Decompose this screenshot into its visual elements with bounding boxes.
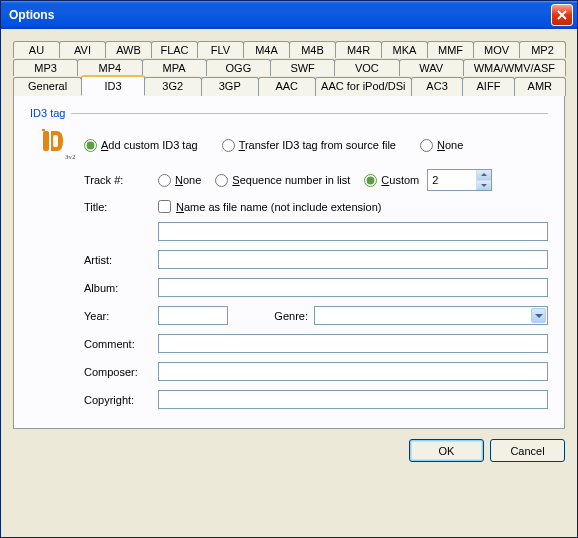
title-bar: Options <box>1 1 577 29</box>
title-input[interactable] <box>158 222 548 241</box>
label-copyright: Copyright: <box>84 394 158 406</box>
tab-mov[interactable]: MOV <box>473 41 520 58</box>
tab-flac[interactable]: FLAC <box>151 41 198 58</box>
tab-avi[interactable]: AVI <box>59 41 106 58</box>
label-track: Track #: <box>84 174 158 186</box>
close-button[interactable] <box>551 4 573 26</box>
copyright-input[interactable] <box>158 390 548 409</box>
artist-input[interactable] <box>158 250 548 269</box>
check-name-as-file[interactable]: Name as file name (not include extension… <box>158 200 381 213</box>
label-album: Album: <box>84 282 158 294</box>
tab-m4r[interactable]: M4R <box>335 41 382 58</box>
spin-up[interactable] <box>477 170 491 181</box>
radio-transfer[interactable]: Transfer ID3 tag from source file <box>222 139 396 152</box>
track-value[interactable] <box>428 170 476 190</box>
tab-ac3[interactable]: AC3 <box>411 77 463 96</box>
label-artist: Artist: <box>84 254 158 266</box>
track-spinner[interactable] <box>427 169 492 191</box>
radio-track-seq[interactable]: Sequence number in list <box>215 174 350 187</box>
spin-down[interactable] <box>477 181 491 191</box>
radio-track-none[interactable]: None <box>158 174 201 187</box>
divider <box>71 113 548 114</box>
label-composer: Composer: <box>84 366 158 378</box>
svg-rect-1 <box>53 135 58 147</box>
tab-panel: ID3 tag 3v2 Add custom ID3 tag Transfer … <box>13 95 565 429</box>
label-comment: Comment: <box>84 338 158 350</box>
cancel-button[interactable]: Cancel <box>490 439 565 462</box>
tab-mka[interactable]: MKA <box>381 41 428 58</box>
album-input[interactable] <box>158 278 548 297</box>
tab-general[interactable]: General <box>13 77 82 96</box>
tab-3g2[interactable]: 3G2 <box>144 77 202 96</box>
tab-mp3[interactable]: MP3 <box>13 59 78 76</box>
ok-button[interactable]: OK <box>409 439 484 462</box>
id3-icon: 3v2 <box>39 127 75 163</box>
close-icon <box>557 10 567 20</box>
tab-m4b[interactable]: M4B <box>289 41 336 58</box>
tab-awb[interactable]: AWB <box>105 41 152 58</box>
tab-mpa[interactable]: MPA <box>142 59 207 76</box>
chevron-down-icon <box>531 308 546 323</box>
radio-track-custom[interactable]: Custom <box>364 174 419 187</box>
radio-add-custom[interactable]: Add custom ID3 tag <box>84 139 198 152</box>
tab-ogg[interactable]: OGG <box>206 59 271 76</box>
tab-wma[interactable]: WMA/WMV/ASF <box>463 59 566 76</box>
label-year: Year: <box>84 310 158 322</box>
svg-text:3v2: 3v2 <box>65 153 75 161</box>
tab-swf[interactable]: SWF <box>270 59 335 76</box>
tab-strip: AU AVI AWB FLAC FLV M4A M4B M4R MKA MMF … <box>13 39 565 429</box>
tab-amr[interactable]: AMR <box>514 77 566 96</box>
comment-input[interactable] <box>158 334 548 353</box>
tab-mp2[interactable]: MP2 <box>519 41 566 58</box>
radio-none[interactable]: None <box>420 139 463 152</box>
tab-m4a[interactable]: M4A <box>243 41 290 58</box>
tab-wav[interactable]: WAV <box>399 59 464 76</box>
tab-mp4[interactable]: MP4 <box>77 59 142 76</box>
tab-mmf[interactable]: MMF <box>427 41 474 58</box>
composer-input[interactable] <box>158 362 548 381</box>
tab-3gp[interactable]: 3GP <box>201 77 259 96</box>
label-genre: Genre: <box>268 310 314 322</box>
tab-aac[interactable]: AAC <box>258 77 316 96</box>
year-input[interactable] <box>158 306 228 325</box>
svg-rect-0 <box>42 129 45 131</box>
tab-au[interactable]: AU <box>13 41 60 58</box>
tab-flv[interactable]: FLV <box>197 41 244 58</box>
window-title: Options <box>5 8 551 22</box>
tab-voc[interactable]: VOC <box>334 59 399 76</box>
label-title: Title: <box>84 201 158 213</box>
tab-id3[interactable]: ID3 <box>81 75 145 96</box>
group-label: ID3 tag <box>30 107 71 119</box>
tab-aac-ipod[interactable]: AAC for iPod/DSi <box>315 77 412 96</box>
tab-aiff[interactable]: AIFF <box>462 77 514 96</box>
genre-select[interactable] <box>314 306 548 325</box>
